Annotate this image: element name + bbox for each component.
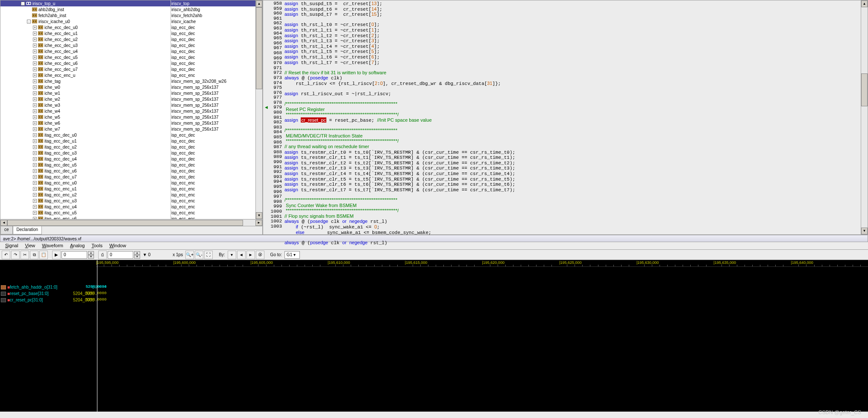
hierarchy-row[interactable]: +iche_w3iriscv_mem_sp_256x137 [0, 102, 255, 108]
paste-button[interactable]: 📋 [39, 251, 48, 259]
tree-toggle[interactable]: + [33, 61, 37, 65]
hierarchy-row[interactable]: +iche_w2iriscv_mem_sp_256x137 [0, 96, 255, 102]
hierarchy-row[interactable]: +itag_ecc_dec_u5isp_ecc_dec [0, 162, 255, 168]
tree-toggle[interactable]: + [33, 121, 37, 125]
cut-button[interactable]: ✂ [21, 251, 29, 259]
tree-toggle[interactable]: + [33, 32, 37, 35]
hierarchy-row[interactable]: +iche_ecc_dec_u1isp_ecc_dec [0, 30, 255, 36]
scroll-up-arrow[interactable]: ▲ [256, 0, 262, 7]
tree-toggle[interactable]: + [33, 217, 37, 219]
delta-time-field[interactable]: 0 [108, 251, 133, 259]
tree-toggle[interactable]: + [33, 133, 37, 137]
undo-button[interactable]: ↶ [2, 251, 10, 259]
cursor-button[interactable]: ▶ [52, 251, 61, 259]
scroll-up-arrow[interactable]: ▲ [861, 0, 868, 7]
copy-button[interactable]: ⧉ [30, 251, 38, 259]
hierarchy-row[interactable]: fetch2ahb_instiriscv_fetch2ahb [0, 12, 255, 18]
waveform-lane[interactable]: 5204_0000 [96, 297, 868, 303]
tree-toggle[interactable]: + [33, 211, 37, 215]
hierarchy-row[interactable]: +iche_ecc_dec_u4isp_ecc_dec [0, 48, 255, 54]
waveform-lane[interactable]: 5204_0000 [96, 290, 868, 297]
signal-name-row[interactable]: ■ reset_pc_base[31:0] [0, 290, 60, 297]
tree-toggle[interactable]: + [33, 193, 37, 197]
hierarchy-row[interactable]: +itag_ecc_dec_u3isp_ecc_dec [0, 150, 255, 156]
tree-toggle[interactable]: + [33, 157, 37, 161]
scroll-left-arrow[interactable]: ◄ [0, 220, 7, 226]
zoom-fit-button[interactable]: ⛶ [204, 251, 213, 259]
signal-names[interactable]: ■ fetch_ahb_haddr_o[31:0]■ reset_pc_base… [0, 260, 60, 412]
hierarchy-row[interactable]: +itag_ecc_dec_u1isp_ecc_dec [0, 138, 255, 144]
cursor-time-spinner[interactable]: ▲▼ [88, 251, 94, 259]
hierarchy-row[interactable]: +itag_ecc_enc_u1isp_ecc_enc [0, 186, 255, 192]
hierarchy-tree[interactable]: -iriscv_top_uiriscv_topahb2dbg_instirisc… [0, 0, 255, 219]
zoom-out-button[interactable]: 🔍- [195, 251, 203, 259]
hierarchy-row[interactable]: +itag_ecc_dec_u7isp_ecc_dec [0, 174, 255, 180]
hierarchy-row[interactable]: +itag_ecc_enc_u5isp_ecc_enc [0, 210, 255, 216]
hierarchy-vscroll[interactable]: ▲ ▼ [255, 0, 262, 219]
hierarchy-hscroll[interactable]: ◄ ► [0, 219, 262, 226]
hierarchy-row[interactable]: +iche_ecc_dec_u3isp_ecc_dec [0, 42, 255, 48]
source-vscroll[interactable]: ▲ ▼ [861, 0, 868, 234]
hierarchy-row[interactable]: +iche_w4iriscv_mem_sp_256x137 [0, 108, 255, 114]
hierarchy-row[interactable]: +itag_ecc_enc_u0isp_ecc_enc [0, 180, 255, 186]
line-mark[interactable]: ◄ [264, 105, 269, 110]
hierarchy-row[interactable]: +iche_ecc_dec_u5isp_ecc_dec [0, 54, 255, 60]
hierarchy-row[interactable]: +itag_ecc_dec_u6isp_ecc_dec [0, 168, 255, 174]
hierarchy-row[interactable]: -iriscv_top_uiriscv_top [0, 0, 255, 6]
tree-toggle[interactable]: + [33, 50, 37, 53]
hierarchy-row[interactable]: +iche_ecc_dec_u0isp_ecc_dec [0, 24, 255, 30]
menu-tools[interactable]: Tools [88, 242, 106, 249]
tree-toggle[interactable]: + [33, 187, 37, 191]
scroll-thumb[interactable] [7, 220, 243, 226]
hierarchy-row[interactable]: +iche_ecc_enc_uisp_ecc_enc [0, 72, 255, 78]
hierarchy-row[interactable]: +iche_tagiriscv_mem_sp_32x208_w26 [0, 78, 255, 84]
hierarchy-row[interactable]: +iche_ecc_dec_u6isp_ecc_dec [0, 60, 255, 66]
next-edge-button[interactable]: ► [246, 251, 255, 259]
scroll-right-arrow[interactable]: ► [255, 220, 262, 226]
tree-toggle[interactable]: + [33, 91, 37, 95]
tree-toggle[interactable]: - [21, 2, 25, 6]
scroll-thumb[interactable] [861, 73, 868, 106]
hierarchy-row[interactable]: +itag_ecc_enc_u4isp_ecc_enc [0, 204, 255, 210]
tree-toggle[interactable]: + [33, 73, 37, 77]
tree-toggle[interactable]: + [33, 205, 37, 209]
tree-toggle[interactable]: + [33, 103, 37, 107]
tree-toggle[interactable]: + [33, 38, 37, 41]
zoom-in-button[interactable]: 🔍+ [185, 251, 194, 259]
signal-name-row[interactable]: ■ cr_reset_pc[31:0] [0, 297, 60, 303]
goto-field[interactable]: G1 ▾ [284, 251, 300, 259]
hierarchy-row[interactable]: +itag_ecc_dec_u4isp_ecc_dec [0, 156, 255, 162]
delta-spinner[interactable]: ▲▼ [134, 251, 140, 259]
tree-toggle[interactable]: + [33, 44, 37, 47]
tree-toggle[interactable]: + [33, 175, 37, 179]
hierarchy-row[interactable]: +itag_ecc_enc_u3isp_ecc_enc [0, 198, 255, 204]
tree-toggle[interactable]: + [33, 56, 37, 59]
tab-ce[interactable]: ce [0, 226, 13, 234]
scroll-down-arrow[interactable]: ▼ [861, 228, 868, 234]
tree-toggle[interactable]: + [33, 67, 37, 71]
hierarchy-row[interactable]: +iche_w0iriscv_mem_sp_256x137 [0, 84, 255, 90]
tree-toggle[interactable]: + [33, 145, 37, 149]
waveform-lane[interactable]: 05204_00005204_00045204_0004 [96, 284, 868, 290]
hierarchy-row[interactable]: +itag_ecc_enc_u2isp_ecc_enc [0, 192, 255, 198]
hierarchy-row[interactable]: +iche_ecc_dec_u7isp_ecc_dec [0, 66, 255, 72]
menu-view[interactable]: View [22, 242, 39, 249]
hierarchy-row[interactable]: +itag_ecc_enc_u6isp_ecc_enc [0, 216, 255, 219]
tree-toggle[interactable]: + [33, 109, 37, 113]
tree-toggle[interactable]: + [33, 139, 37, 143]
menu-signal[interactable]: Signal [2, 242, 22, 249]
menu-waveform[interactable]: Waveform [38, 242, 67, 249]
hierarchy-row[interactable]: ahb2dbg_instiriscv_ahb2dbg [0, 6, 255, 12]
tab-declaration[interactable]: Declaration [13, 226, 42, 234]
tree-toggle[interactable]: + [33, 85, 37, 89]
tree-toggle[interactable]: + [33, 79, 37, 83]
column-separator[interactable] [170, 0, 171, 219]
tree-toggle[interactable]: + [33, 115, 37, 119]
tree-toggle[interactable]: + [33, 169, 37, 173]
hierarchy-row[interactable]: +itag_ecc_dec_u0isp_ecc_dec [0, 132, 255, 138]
hierarchy-row[interactable]: +iche_w6iriscv_mem_sp_256x137 [0, 120, 255, 126]
tree-toggle[interactable]: + [33, 97, 37, 101]
menu-analog[interactable]: Analog [67, 242, 88, 249]
scroll-thumb[interactable] [256, 7, 262, 89]
tree-toggle[interactable]: + [33, 199, 37, 203]
